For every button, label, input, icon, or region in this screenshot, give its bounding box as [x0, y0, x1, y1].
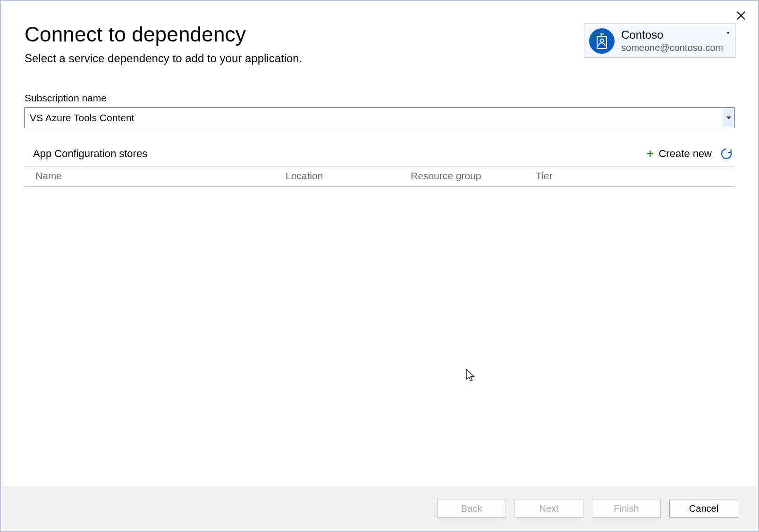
column-header-location[interactable]: Location [286, 170, 411, 182]
stores-table: Name Location Resource group Tier [25, 166, 734, 187]
column-header-tier[interactable]: Tier [536, 170, 734, 182]
close-icon [736, 11, 746, 20]
svg-point-2 [589, 28, 615, 54]
back-button[interactable]: Back [437, 499, 506, 518]
column-header-resource-group[interactable]: Resource group [411, 170, 536, 182]
connect-dependency-dialog: Contoso someone@contoso.com ▾ Connect to… [0, 0, 759, 532]
account-selector[interactable]: Contoso someone@contoso.com ▾ [584, 24, 735, 58]
subscription-dropdown[interactable]: VS Azure Tools Content [25, 108, 734, 128]
subscription-value: VS Azure Tools Content [25, 108, 723, 128]
refresh-icon [720, 148, 733, 160]
refresh-button[interactable] [720, 148, 733, 160]
table-header-row: Name Location Resource group Tier [25, 166, 734, 187]
dropdown-toggle[interactable] [723, 108, 734, 128]
cancel-button[interactable]: Cancel [669, 499, 738, 518]
finish-button[interactable]: Finish [592, 499, 661, 518]
stores-section-title: App Configuration stores [33, 148, 646, 160]
column-header-name[interactable]: Name [35, 170, 286, 182]
plus-icon: + [646, 146, 654, 161]
dialog-footer: Back Next Finish Cancel [1, 486, 758, 531]
create-new-label: Create new [658, 148, 712, 160]
create-new-link[interactable]: + Create new [646, 146, 712, 161]
account-name: Contoso [621, 28, 723, 42]
next-button[interactable]: Next [514, 499, 583, 518]
account-text: Contoso someone@contoso.com [621, 28, 723, 54]
close-button[interactable] [733, 7, 750, 25]
subscription-label: Subscription name [25, 92, 734, 104]
chevron-down-icon [726, 116, 731, 119]
chevron-down-icon: ▾ [727, 30, 729, 35]
badge-icon [589, 28, 615, 54]
account-email: someone@contoso.com [621, 42, 723, 54]
